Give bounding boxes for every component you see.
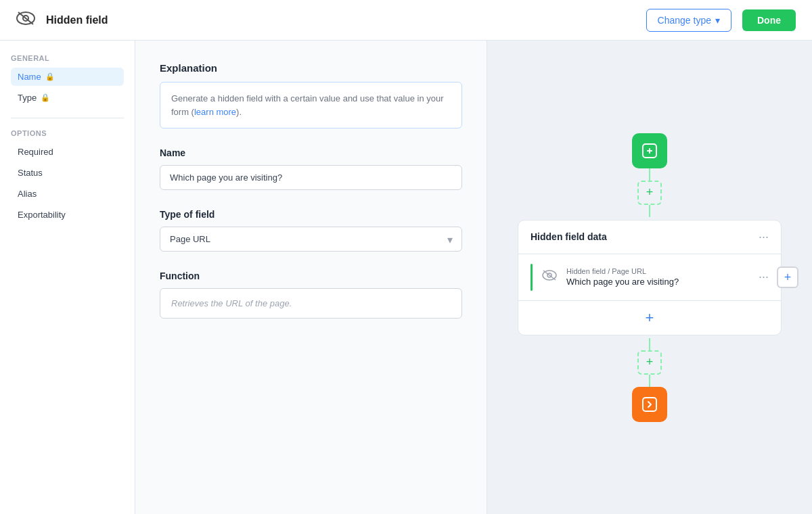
- type-label: Type of field: [160, 209, 462, 220]
- lock-icon-name: 🔒: [45, 72, 55, 81]
- sidebar-item-name[interactable]: Name 🔒: [11, 68, 124, 86]
- explanation-suffix: ).: [236, 107, 242, 117]
- flow-card-row: Hidden field / Page URL Which page you a…: [518, 254, 781, 300]
- flow-connector-2: [649, 205, 650, 217]
- sidebar-name-label: Name: [18, 72, 41, 82]
- hidden-field-icon: [16, 11, 35, 29]
- function-label: Function: [160, 271, 462, 281]
- header: Hidden field Change type ▾ Done: [0, 0, 812, 41]
- svg-rect-7: [643, 398, 656, 411]
- done-button[interactable]: Done: [742, 9, 796, 31]
- function-field-group: Function Retrieves the URL of the page.: [160, 271, 462, 319]
- function-box: Retrieves the URL of the page.: [160, 288, 462, 319]
- flow-card-info: Hidden field / Page URL Which page you a…: [566, 267, 749, 287]
- sidebar-type-label: Type: [18, 93, 37, 103]
- type-select-wrapper: Page URL ▾: [160, 227, 462, 252]
- change-type-button[interactable]: Change type ▾: [646, 9, 731, 32]
- name-label: Name: [160, 147, 462, 158]
- page-title: Hidden field: [46, 14, 635, 26]
- sidebar-item-required[interactable]: Required: [11, 143, 124, 161]
- explanation-box: Generate a hidden field with a certain v…: [160, 82, 462, 128]
- flow-card-title: Hidden field data: [531, 231, 607, 242]
- sidebar-item-status[interactable]: Status: [11, 164, 124, 182]
- flow-connector-4: [649, 375, 650, 387]
- flow-card-dots[interactable]: ···: [759, 230, 769, 244]
- flow-card-header: Hidden field data ···: [518, 220, 781, 254]
- type-field-group: Type of field Page URL ▾: [160, 209, 462, 252]
- flow-card: Hidden field data ··· Hidden field / Pag…: [518, 220, 782, 335]
- explanation-title: Explanation: [160, 62, 462, 74]
- flow-node-exit[interactable]: [632, 387, 667, 422]
- flow-card-subtitle: Hidden field / Page URL: [566, 267, 749, 275]
- sidebar-divider: [11, 118, 124, 118]
- flow-add-button-top[interactable]: +: [637, 181, 662, 205]
- hidden-field-row-icon: [542, 269, 557, 285]
- flow-card-add-section: +: [518, 300, 781, 335]
- flow-card-name: Which page you are visiting?: [566, 277, 749, 287]
- chevron-down-icon: ▾: [715, 15, 720, 26]
- sidebar-item-alias[interactable]: Alias: [11, 185, 124, 203]
- name-input[interactable]: [160, 165, 462, 190]
- main-layout: General Name 🔒 Type 🔒 Options Required S…: [0, 41, 812, 514]
- sidebar-item-exportability[interactable]: Exportability: [11, 206, 124, 224]
- sidebar-general-label: General: [11, 54, 124, 62]
- flow-connector-1: [649, 168, 650, 181]
- learn-more-link[interactable]: learn more: [194, 107, 236, 117]
- flow-card-add-button[interactable]: +: [646, 310, 654, 325]
- right-panel: + Hidden field data ···: [487, 41, 812, 514]
- right-add-button[interactable]: +: [777, 266, 798, 288]
- type-select[interactable]: Page URL: [160, 227, 462, 252]
- flow-diagram: + Hidden field data ···: [518, 133, 782, 422]
- name-field-group: Name: [160, 147, 462, 190]
- flow-node-entry[interactable]: [632, 133, 667, 168]
- sidebar: General Name 🔒 Type 🔒 Options Required S…: [0, 41, 135, 514]
- flow-card-row-dots[interactable]: ···: [759, 270, 769, 284]
- flow-add-button-bottom[interactable]: +: [637, 350, 662, 375]
- flow-card-accent-bar: [531, 264, 533, 291]
- content-panel: Explanation Generate a hidden field with…: [135, 41, 487, 514]
- lock-icon-type: 🔒: [41, 93, 50, 102]
- flow-connector-3: [649, 338, 650, 350]
- sidebar-options-label: Options: [11, 129, 124, 137]
- sidebar-item-type[interactable]: Type 🔒: [11, 89, 124, 107]
